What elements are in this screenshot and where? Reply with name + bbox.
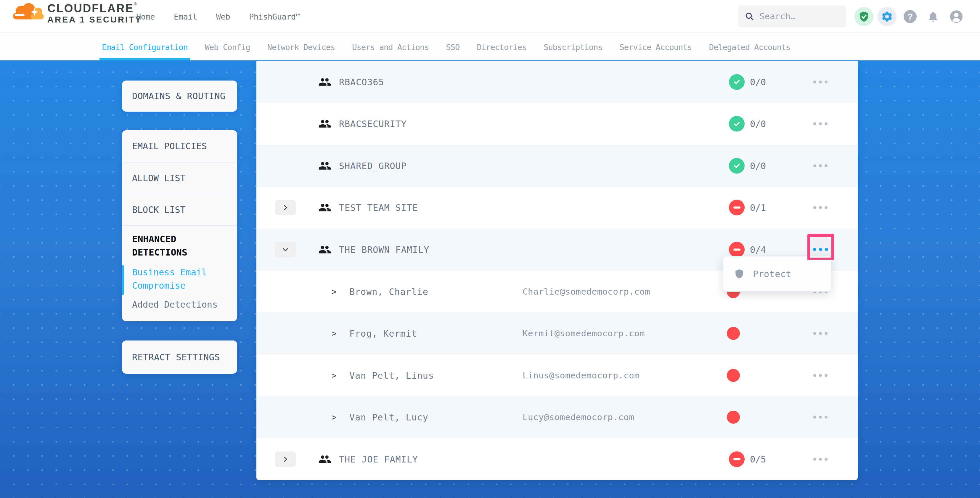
tab-service-accounts[interactable]: Service Accounts — [620, 34, 692, 60]
group-name: TEST TEAM SITE — [339, 202, 418, 213]
collapse-button[interactable] — [275, 242, 296, 257]
group-icon — [318, 243, 331, 256]
sidebar-item-domains-routing[interactable]: DOMAINS & ROUTING — [122, 91, 226, 101]
section-tabs: Email Configuration Web Config Network D… — [0, 34, 980, 60]
user-icon[interactable] — [947, 7, 966, 26]
sidebar-item-allow-list[interactable]: ALLOW LIST — [122, 162, 237, 194]
group-name: SHARED_GROUP — [339, 161, 407, 171]
menu-item-protect[interactable]: Protect — [753, 269, 791, 279]
member-email: Charlie@somedemocorp.com — [523, 286, 650, 297]
protection-count: 0/5 — [750, 454, 766, 464]
sidebar-item-email-policies[interactable]: EMAIL POLICIES — [122, 130, 237, 162]
member-name: Van Pelt, Lucy — [349, 412, 428, 423]
sidebar-card-retract: RETRACT SETTINGS — [122, 340, 237, 374]
member-chevron-icon: > — [332, 329, 337, 339]
group-icon — [318, 117, 331, 130]
ellipsis-icon[interactable] — [809, 453, 832, 465]
group-icon — [318, 453, 331, 466]
shield-icon — [734, 269, 745, 279]
protection-count: 0/0 — [750, 119, 766, 129]
protection-count: 0/0 — [750, 161, 766, 171]
sidebar-item-enhanced-detections[interactable]: ENHANCED DETECTIONS — [132, 232, 227, 259]
group-icon — [318, 75, 331, 89]
main-content: DOMAINS & ROUTING EMAIL POLICIES ALLOW L… — [0, 60, 980, 498]
expand-button[interactable] — [275, 200, 296, 215]
table-row-group[interactable]: THE JOE FAMILY 0/5 — [256, 438, 858, 480]
sidebar-card-domains: DOMAINS & ROUTING — [122, 81, 237, 111]
tab-sso[interactable]: SSO — [446, 34, 460, 60]
search-input[interactable] — [759, 11, 837, 21]
table-row-member[interactable]: > Van Pelt, Linus Linus@somedemocorp.com — [256, 355, 858, 396]
header-icons: ? — [854, 0, 966, 33]
sidebar-item-retract-settings[interactable]: RETRACT SETTINGS — [122, 352, 220, 363]
chevron-right-icon — [282, 455, 289, 463]
tab-delegated-accounts[interactable]: Delegated Accounts — [709, 34, 791, 60]
cloudflare-cloud-icon — [13, 3, 45, 19]
top-nav-home[interactable]: Home — [136, 12, 155, 21]
member-chevron-icon: > — [332, 286, 337, 296]
table-row-group[interactable]: SHARED_GROUP 0/0 — [256, 145, 858, 187]
ellipsis-icon[interactable] — [809, 412, 832, 423]
sidebar-item-business-email-compromise[interactable]: Business Email Compromise — [132, 266, 227, 292]
top-nav-phishguard[interactable]: PhishGuard™ — [249, 12, 300, 21]
risk-dot — [727, 410, 740, 424]
sidebar-item-block-list[interactable]: BLOCK LIST — [122, 194, 237, 225]
protection-count: 0/4 — [750, 244, 766, 255]
unprotected-status-icon — [729, 451, 745, 467]
expand-button[interactable] — [275, 452, 296, 467]
brand-name: CLOUDFLARE — [48, 2, 134, 14]
tab-email-configuration[interactable]: Email Configuration — [102, 34, 188, 60]
risk-dot — [727, 327, 740, 340]
shield-check-icon[interactable] — [854, 7, 873, 26]
table-row-member[interactable]: > Frog, Kermit Kermit@somedemocorp.com — [256, 312, 858, 355]
member-name: Brown, Charlie — [349, 286, 428, 297]
member-email: Lucy@somedemocorp.com — [523, 412, 634, 422]
cloudflare-logo[interactable]: CLOUDFLARE® AREA 1 SECURITY — [13, 2, 142, 24]
group-name: THE BROWN FAMILY — [339, 244, 429, 255]
protected-status-icon — [729, 116, 745, 132]
gear-icon[interactable] — [878, 7, 897, 26]
member-chevron-icon: > — [332, 412, 337, 422]
tab-users-and-actions[interactable]: Users and Actions — [352, 34, 429, 60]
protection-count: 0/1 — [750, 202, 766, 213]
top-nav-web[interactable]: Web — [216, 12, 230, 21]
unprotected-status-icon — [729, 200, 745, 216]
row-context-menu: Protect — [723, 256, 831, 292]
protected-status-icon — [729, 74, 745, 90]
brand-tagline: AREA 1 SECURITY — [48, 15, 142, 24]
member-name: Frog, Kermit — [349, 328, 417, 339]
search-box[interactable] — [738, 5, 846, 27]
table-row-member[interactable]: > Van Pelt, Lucy Lucy@somedemocorp.com — [256, 396, 858, 438]
ellipsis-icon[interactable] — [809, 160, 832, 172]
ellipsis-icon[interactable] — [809, 76, 832, 88]
protected-status-icon — [729, 158, 745, 173]
protection-count: 0/0 — [750, 77, 766, 87]
group-icon — [318, 159, 331, 172]
ellipsis-icon[interactable] — [809, 202, 832, 213]
top-nav-email[interactable]: Email — [174, 12, 197, 21]
tab-web-config[interactable]: Web Config — [205, 34, 250, 60]
tab-directories[interactable]: Directories — [477, 34, 527, 60]
table-row-group[interactable]: TEST TEAM SITE 0/1 — [256, 187, 858, 229]
table-row-group[interactable]: RBACSECURITY 0/0 — [256, 103, 858, 145]
sidebar-item-added-detections[interactable]: Added Detections — [132, 299, 227, 310]
tab-subscriptions[interactable]: Subscriptions — [544, 34, 602, 60]
member-email: Linus@somedemocorp.com — [523, 371, 640, 380]
brand-wordmark: CLOUDFLARE® AREA 1 SECURITY — [48, 2, 142, 24]
member-chevron-icon: > — [332, 371, 337, 380]
bell-icon[interactable] — [924, 7, 943, 26]
active-item-indicator — [122, 265, 124, 295]
sidebar-card-policies: EMAIL POLICIES ALLOW LIST BLOCK LIST ENH… — [122, 130, 237, 321]
top-bar: CLOUDFLARE® AREA 1 SECURITY Home Email W… — [0, 0, 980, 33]
chevron-down-icon — [282, 246, 289, 253]
ellipsis-icon[interactable] — [809, 328, 832, 339]
help-icon[interactable]: ? — [900, 7, 920, 26]
risk-dot — [727, 369, 740, 382]
table-row-group[interactable]: RBACO365 0/0 — [256, 61, 858, 103]
search-icon — [745, 11, 754, 21]
group-name: THE JOE FAMILY — [339, 454, 418, 464]
ellipsis-icon[interactable] — [809, 118, 832, 129]
ellipsis-icon[interactable] — [809, 370, 832, 381]
tab-network-devices[interactable]: Network Devices — [267, 34, 335, 60]
area1-security-app: CLOUDFLARE® AREA 1 SECURITY Home Email W… — [0, 0, 980, 498]
